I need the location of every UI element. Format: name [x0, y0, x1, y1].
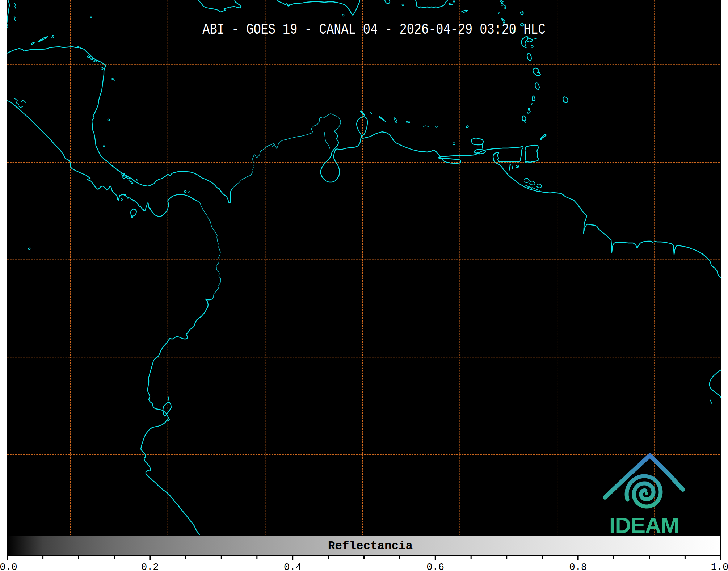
- svg-text:Reflectancia: Reflectancia: [328, 539, 413, 553]
- svg-text:0.2: 0.2: [141, 562, 159, 571]
- svg-text:0.0: 0.0: [0, 562, 17, 571]
- svg-text:0.8: 0.8: [569, 562, 587, 571]
- svg-text:1.0: 1.0: [711, 562, 728, 571]
- svg-text:ABI - GOES 19 - CANAL 04 - 202: ABI - GOES 19 - CANAL 04 - 2026-04-29 03…: [202, 21, 545, 38]
- svg-text:0.4: 0.4: [284, 562, 302, 571]
- svg-text:0.6: 0.6: [426, 562, 444, 571]
- svg-text:IDEAM: IDEAM: [609, 513, 679, 538]
